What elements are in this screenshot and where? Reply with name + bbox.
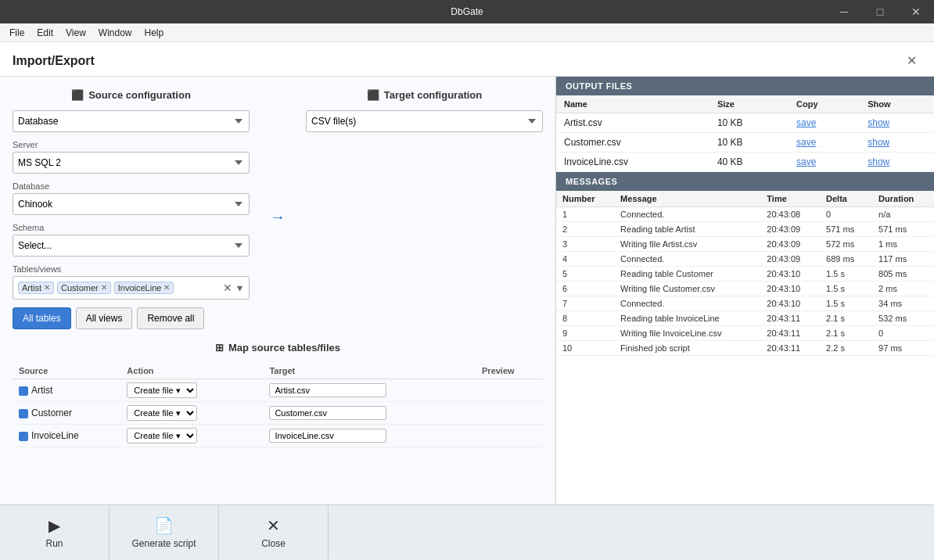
message-row: 7 Connected. 20:43:10 1.5 s 34 ms [556,296,934,311]
menu-file[interactable]: File [3,23,31,42]
map-section-title: ⊞ Map source tables/files [13,342,543,354]
msg-number: 7 [556,296,614,311]
page-close-button[interactable]: ✕ [902,52,921,70]
schema-label: Schema [13,223,250,232]
output-size: 40 KB [709,153,789,172]
col-empty2 [457,363,476,379]
action-select[interactable]: Create file ▾ [127,405,197,421]
source-icon [19,409,28,418]
copy-button[interactable]: save [796,117,816,128]
msg-message: Writing file Customer.csv [614,282,760,296]
col-action: Action [120,363,244,379]
run-button[interactable]: ▶ Run [0,505,110,560]
remove-artist-tag[interactable]: ✕ [44,284,50,292]
server-select[interactable]: MS SQL 2 [13,152,250,174]
map-target [263,425,457,447]
target-type-group: CSV file(s) JSON file(s) Database [306,110,543,132]
msg-duration: 34 ms [872,296,934,311]
map-table-row: Customer Create file ▾ [13,402,543,425]
map-source: Artist [13,379,120,402]
titlebar-close-button[interactable]: ✕ [898,0,934,23]
messages-table: Number Message Time Delta Duration 1 Con… [556,191,934,356]
show-button[interactable]: show [868,117,889,128]
config-columns: ⬛ Source configuration Database CSV file… [13,89,543,329]
source-type-group: Database CSV file(s) JSON file(s) [13,110,250,132]
target-input[interactable] [269,383,386,397]
messages-table-header: Number Message Time Delta Duration [556,191,934,207]
msg-duration: 2 ms [872,282,934,296]
table-view-buttons: All tables All views Remove all [13,307,250,329]
action-select[interactable]: Create file ▾ [127,428,197,443]
menu-help[interactable]: Help [138,23,171,42]
schema-select[interactable]: Select... [13,235,250,257]
generate-script-button[interactable]: 📄 Generate script [110,505,219,560]
msg-message: Connected. [614,252,760,267]
output-table-row: Customer.csv 10 KB save show [556,133,934,153]
msg-delta: 1.5 s [820,296,872,311]
close-button[interactable]: ✕ Close [219,505,329,560]
copy-button[interactable]: save [796,137,816,148]
msg-delta: 571 ms [820,222,872,237]
titlebar: DbGate ─ □ ✕ [0,0,934,23]
show-button[interactable]: show [868,156,889,167]
remove-customer-tag[interactable]: ✕ [101,284,107,292]
output-table-row: InvoiceLine.csv 40 KB save show [556,153,934,172]
msg-message: Connected. [614,296,760,311]
messages-header: MESSAGES [556,172,934,191]
target-input[interactable] [269,429,386,443]
copy-button[interactable]: save [796,156,816,167]
msg-message: Connected. [614,207,760,222]
message-row: 3 Writing file Artist.csv 20:43:09 572 m… [556,237,934,252]
msg-message: Writing file Artist.csv [614,237,760,252]
map-table-row: Artist Create file ▾ [13,379,543,402]
source-type-select[interactable]: Database CSV file(s) JSON file(s) [13,110,250,132]
msg-message: Reading table Artist [614,222,760,237]
bottom-bar: ▶ Run 📄 Generate script ✕ Close [0,504,934,559]
show-button[interactable]: show [868,137,889,148]
expand-tags-button[interactable]: ▾ [235,282,244,294]
all-views-button[interactable]: All views [76,307,133,329]
menu-edit[interactable]: Edit [31,23,59,42]
main-content: ⬛ Source configuration Database CSV file… [0,77,934,504]
message-row: 10 Finished job script 20:43:11 2.2 s 97… [556,341,934,356]
clear-tags-button[interactable]: ✕ [221,282,234,294]
menubar: File Edit View Window Help [0,23,934,42]
arrow-icon: → [270,208,286,226]
tables-views-tags[interactable]: Artist ✕ Customer ✕ InvoiceLine ✕ ✕ [13,276,250,300]
remove-all-button[interactable]: Remove all [137,307,204,329]
output-size: 10 KB [709,133,789,153]
server-group: Server MS SQL 2 [13,140,250,174]
target-input[interactable] [269,406,386,420]
msg-delta: 1.5 s [820,282,872,296]
target-type-select[interactable]: CSV file(s) JSON file(s) Database [306,110,543,132]
msg-duration: 97 ms [872,341,934,356]
output-name: Customer.csv [556,133,709,153]
msg-delta: 1.5 s [820,267,872,282]
message-row: 1 Connected. 20:43:08 0 n/a [556,207,934,222]
msg-number: 10 [556,341,614,356]
output-files-header: OUTPUT FILES [556,77,934,95]
menu-view[interactable]: View [59,23,92,42]
msg-time: 20:43:11 [760,326,820,341]
maximize-button[interactable]: □ [862,0,898,23]
remove-invoiceline-tag[interactable]: ✕ [163,284,170,292]
map-action: Create file ▾ [120,402,244,425]
col-size: Size [709,95,789,113]
msg-number: 8 [556,311,614,326]
database-select[interactable]: Chinook [13,193,250,215]
arrow-area: → [262,89,293,329]
minimize-button[interactable]: ─ [826,0,862,23]
tag-customer: Customer ✕ [57,282,111,294]
map-action: Create file ▾ [120,425,244,447]
msg-time: 20:43:11 [760,311,820,326]
msg-time: 20:43:10 [760,296,820,311]
menu-window[interactable]: Window [92,23,138,42]
message-row: 4 Connected. 20:43:09 689 ms 117 ms [556,252,934,267]
message-row: 9 Writing file InvoiceLine.csv 20:43:11 … [556,326,934,341]
action-select[interactable]: Create file ▾ [127,382,197,398]
output-show: show [860,153,934,172]
source-config: ⬛ Source configuration Database CSV file… [13,89,250,329]
all-tables-button[interactable]: All tables [13,307,71,329]
generate-label: Generate script [131,538,196,549]
msg-duration: 1 ms [872,237,934,252]
